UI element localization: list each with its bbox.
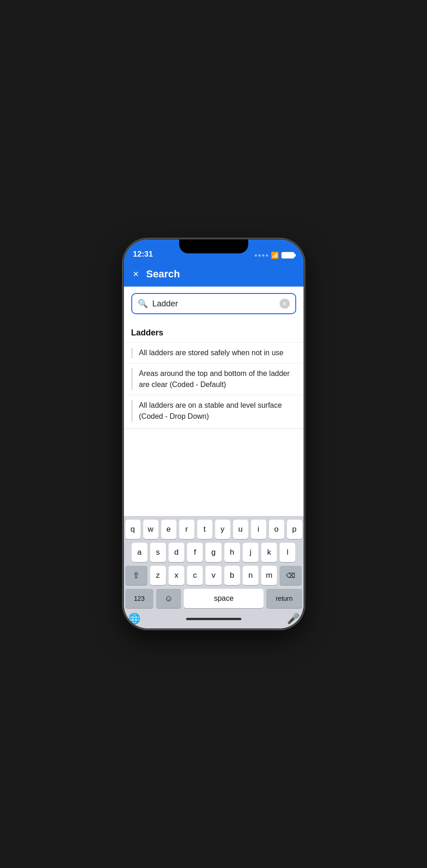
key-l[interactable]: l <box>280 543 295 562</box>
key-b[interactable]: b <box>224 566 240 585</box>
key-u[interactable]: u <box>233 520 248 539</box>
space-key[interactable]: space <box>184 589 263 608</box>
key-s[interactable]: s <box>150 543 166 562</box>
result-text: Areas around the top and bottom of the l… <box>139 368 296 390</box>
result-text: All ladders are on a stable and level su… <box>139 400 296 422</box>
page-title: Search <box>146 268 180 280</box>
search-box[interactable]: 🔍 Ladder ✕ <box>131 293 296 314</box>
globe-icon[interactable]: 🌐 <box>128 613 140 625</box>
key-k[interactable]: k <box>261 543 277 562</box>
key-p[interactable]: p <box>287 520 302 539</box>
key-i[interactable]: i <box>251 520 266 539</box>
clear-button[interactable]: ✕ <box>280 299 290 309</box>
list-item[interactable]: Areas around the top and bottom of the l… <box>124 363 304 395</box>
search-input[interactable]: Ladder <box>152 299 275 309</box>
key-x[interactable]: x <box>169 566 184 585</box>
keyboard-row-4: 123 ☺ space return <box>125 589 302 608</box>
key-y[interactable]: y <box>215 520 230 539</box>
result-border <box>131 368 133 390</box>
section-title: Ladders <box>124 324 304 342</box>
results-area: Ladders All ladders are stored safely wh… <box>124 321 304 516</box>
key-g[interactable]: g <box>205 543 221 562</box>
keyboard-row-2: a s d f g h j k l <box>125 543 302 562</box>
return-key[interactable]: return <box>266 589 302 608</box>
home-indicator <box>186 618 241 620</box>
key-n[interactable]: n <box>243 566 258 585</box>
wifi-icon: 📶 <box>271 252 279 259</box>
search-container: 🔍 Ladder ✕ <box>124 287 304 321</box>
app-header: × Search <box>124 263 304 287</box>
key-d[interactable]: d <box>169 543 184 562</box>
key-v[interactable]: v <box>205 566 221 585</box>
key-f[interactable]: f <box>187 543 203 562</box>
emoji-key[interactable]: ☺ <box>156 589 181 608</box>
key-c[interactable]: c <box>187 566 203 585</box>
key-r[interactable]: r <box>179 520 194 539</box>
key-e[interactable]: e <box>161 520 176 539</box>
notch <box>179 240 248 253</box>
status-icons: 📶 <box>255 252 294 259</box>
search-icon: 🔍 <box>138 299 148 309</box>
divider <box>124 428 304 429</box>
key-t[interactable]: t <box>197 520 212 539</box>
result-border <box>131 347 133 358</box>
phone-frame: 12:31 📶 × Search 🔍 Ladder ✕ Ladder <box>124 240 304 628</box>
status-time: 12:31 <box>133 250 153 259</box>
phone-screen: 12:31 📶 × Search 🔍 Ladder ✕ Ladder <box>124 240 304 628</box>
key-m[interactable]: m <box>261 566 277 585</box>
keyboard: q w e r t y u i o p a s d f g h j k <box>124 516 304 628</box>
keyboard-row-3: ⇧ z x c v b n m ⌫ <box>125 566 302 585</box>
result-border <box>131 400 133 422</box>
microphone-icon[interactable]: 🎤 <box>287 613 299 625</box>
numbers-key[interactable]: 123 <box>125 589 154 608</box>
list-item[interactable]: All ladders are stored safely when not i… <box>124 342 304 363</box>
key-w[interactable]: w <box>143 520 158 539</box>
keyboard-row-1: q w e r t y u i o p <box>125 520 302 539</box>
key-z[interactable]: z <box>150 566 166 585</box>
result-text: All ladders are stored safely when not i… <box>139 347 284 358</box>
key-q[interactable]: q <box>125 520 140 539</box>
backspace-key[interactable]: ⌫ <box>280 566 302 585</box>
shift-key[interactable]: ⇧ <box>125 566 147 585</box>
key-h[interactable]: h <box>224 543 240 562</box>
close-button[interactable]: × <box>133 269 139 279</box>
key-j[interactable]: j <box>243 543 258 562</box>
list-item[interactable]: All ladders are on a stable and level su… <box>124 395 304 427</box>
signal-dots-icon <box>255 254 268 257</box>
keyboard-bottom-bar: 🌐 🎤 <box>125 612 302 627</box>
key-a[interactable]: a <box>132 543 147 562</box>
battery-icon <box>281 252 294 258</box>
key-o[interactable]: o <box>269 520 284 539</box>
